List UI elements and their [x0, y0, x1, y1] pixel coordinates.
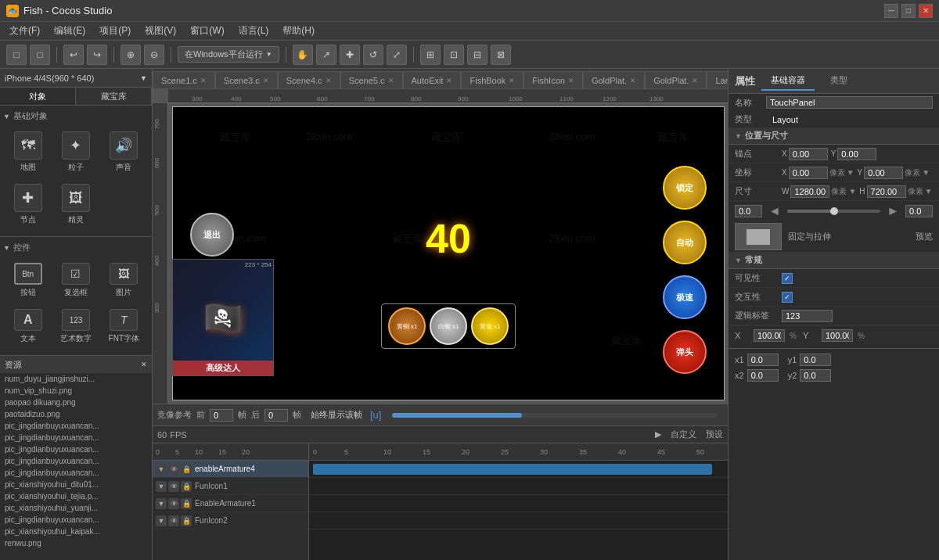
tab-close-fishicon[interactable]: ✕: [568, 77, 574, 84]
ctrl-arttext[interactable]: 123 艺术数字: [54, 306, 97, 347]
res-item[interactable]: pic_jingdianbuyuxuancan...: [0, 467, 152, 479]
scale-y-input[interactable]: [822, 329, 853, 342]
scene-tab-scene1[interactable]: Scene1.c✕: [153, 71, 215, 88]
size-w-unit-toggle[interactable]: ▼: [848, 187, 856, 196]
prop-name-input[interactable]: [766, 96, 933, 109]
slider-val-1[interactable]: [735, 205, 762, 217]
toolbar-scale[interactable]: ⤢: [387, 45, 407, 65]
y1-input[interactable]: [800, 354, 831, 366]
scale-x-input[interactable]: [754, 329, 785, 342]
btn-shoot[interactable]: 弹头: [663, 330, 707, 374]
res-item[interactable]: pic_jingdianbuyuxuancan...: [0, 443, 152, 455]
interactive-checkbox[interactable]: ✓: [782, 292, 793, 303]
anchor-y-input[interactable]: [837, 148, 876, 160]
res-item[interactable]: pic_jingdianbuyuxuancan...: [0, 514, 152, 526]
visible-checkbox[interactable]: ✓: [782, 273, 793, 284]
size-w-input[interactable]: [790, 185, 829, 198]
maximize-button[interactable]: □: [901, 4, 916, 18]
toolbar-align4[interactable]: ⊠: [491, 45, 511, 65]
obj-particle[interactable]: ✦ 粒子: [54, 128, 97, 176]
track-eye-2[interactable]: 👁: [168, 481, 179, 492]
toolbar-undo[interactable]: ↩: [63, 45, 84, 65]
ctrl-image[interactable]: 🖼 图片: [103, 260, 146, 301]
size-h-unit-toggle[interactable]: ▼: [925, 187, 933, 196]
ctrl-button[interactable]: Btn 按钮: [6, 260, 49, 301]
tab-close-scene1[interactable]: ✕: [200, 77, 207, 84]
track-lock-1[interactable]: 🔒: [181, 464, 192, 475]
toolbar-align2[interactable]: ⊡: [444, 45, 464, 65]
track-expand-2[interactable]: ▼: [156, 481, 167, 492]
res-item[interactable]: paotaidizuo.png: [0, 408, 152, 420]
obj-node[interactable]: ✚ 节点: [6, 181, 49, 228]
tab-close-autoexit[interactable]: ✕: [446, 77, 452, 84]
obj-sound[interactable]: 🔊 声音: [103, 128, 146, 176]
tab-close-scene3[interactable]: ✕: [263, 77, 269, 84]
custom-button[interactable]: 自定义: [671, 429, 696, 440]
x2-input[interactable]: [747, 369, 779, 382]
pos-x-unit-toggle[interactable]: ▼: [847, 168, 854, 177]
track-lock-2[interactable]: 🔒: [181, 481, 192, 492]
toolbar-align1[interactable]: ⊞: [420, 45, 441, 65]
slider-val-2[interactable]: [905, 205, 933, 217]
scene-tab-goldplat2[interactable]: GoldPlat.✕: [645, 71, 707, 88]
props-tab-type[interactable]: 类型: [821, 71, 857, 91]
toolbar-zoom-out[interactable]: ⊖: [144, 45, 164, 65]
scene-tab-fishicon[interactable]: FishIcon✕: [523, 71, 583, 88]
timeline-scrubber[interactable]: [392, 413, 717, 418]
track-row-2[interactable]: ▼ 👁 🔒 FunIcon1: [153, 478, 308, 495]
res-item[interactable]: num_vip_shuzi.png: [0, 385, 152, 397]
res-item[interactable]: pic_xianshiyouhui_yuanji...: [0, 502, 152, 514]
anchor-x-input[interactable]: [789, 148, 828, 160]
res-item[interactable]: pic_xianshiyouhui_tejia.p...: [0, 490, 152, 502]
tab-close-scene5[interactable]: ✕: [388, 77, 394, 84]
platform-selector[interactable]: 在Windows平台运行 ▼: [178, 46, 279, 63]
res-item[interactable]: pic_xianshiyouhui_ditu01...: [0, 479, 152, 490]
toolbar-align3[interactable]: ⊟: [467, 45, 487, 65]
btn-speed[interactable]: 极速: [663, 275, 707, 319]
minimize-button[interactable]: ─: [884, 4, 898, 18]
menu-item-e[interactable]: 编辑(E): [48, 23, 92, 39]
scene-tab-autoexit[interactable]: AutoExit✕: [403, 71, 462, 88]
tab-objects[interactable]: 对象: [0, 88, 76, 105]
toolbar-hand[interactable]: ✋: [293, 45, 313, 65]
scale-slider-thumb[interactable]: [830, 207, 838, 215]
ctrl-text[interactable]: A 文本: [6, 306, 49, 347]
obj-sprite[interactable]: 🖼 精灵: [54, 181, 97, 228]
track-eye-4[interactable]: 👁: [168, 515, 179, 526]
menu-item-p[interactable]: 项目(P): [93, 23, 137, 39]
menu-item-l[interactable]: 语言(L): [232, 23, 275, 39]
toolbar-select[interactable]: ↗: [316, 45, 336, 65]
track-expand-1[interactable]: ▼: [156, 464, 167, 475]
menu-item-f[interactable]: 文件(F): [3, 23, 46, 39]
res-item[interactable]: pic_xianshiyouhui_kaipak...: [0, 526, 152, 537]
track-eye-3[interactable]: 👁: [168, 498, 179, 509]
chip-bronze[interactable]: 黄铜 x1: [388, 307, 426, 345]
menu-item-v[interactable]: 视图(V): [139, 23, 182, 39]
toolbar-move[interactable]: ✚: [340, 45, 360, 65]
keyframe-bar-1[interactable]: [313, 464, 712, 475]
toolbar-redo[interactable]: ↪: [87, 45, 107, 65]
props-tab-basic[interactable]: 基础容器: [761, 71, 815, 91]
prev-input[interactable]: [210, 409, 233, 422]
scene-tab-scene3[interactable]: Scene3.c✕: [215, 71, 278, 88]
controls-section-header[interactable]: 控件: [3, 240, 149, 255]
toolbar-rotate[interactable]: ↺: [363, 45, 383, 65]
logic-tag-input[interactable]: [782, 310, 833, 322]
next-input[interactable]: [264, 409, 288, 422]
close-button[interactable]: ✕: [919, 4, 933, 18]
track-expand-4[interactable]: ▼: [156, 515, 167, 526]
pos-y-unit-toggle[interactable]: ▼: [922, 168, 930, 177]
btn-exit[interactable]: 退出: [190, 213, 234, 257]
obj-map[interactable]: 🗺 地图: [6, 128, 49, 176]
track-row-3[interactable]: ▼ 👁 🔒 EnableArmature1: [153, 495, 308, 512]
scale-slider[interactable]: [787, 210, 880, 213]
size-h-input[interactable]: [867, 185, 906, 198]
objects-section-header[interactable]: 基础对象: [3, 109, 149, 124]
res-item[interactable]: pic_jingdianbuyuxuancan...: [0, 432, 152, 443]
res-item[interactable]: pic_jingdianbuyuxuancan...: [0, 420, 152, 432]
preset-button[interactable]: 预设: [706, 429, 723, 440]
scene-tab-fishbook[interactable]: FishBook✕: [461, 71, 523, 88]
tab-close-goldplat2[interactable]: ✕: [692, 77, 698, 84]
res-item[interactable]: num_duyu_jiangjinshuzi...: [0, 373, 152, 385]
play-button[interactable]: ▶: [655, 429, 661, 440]
